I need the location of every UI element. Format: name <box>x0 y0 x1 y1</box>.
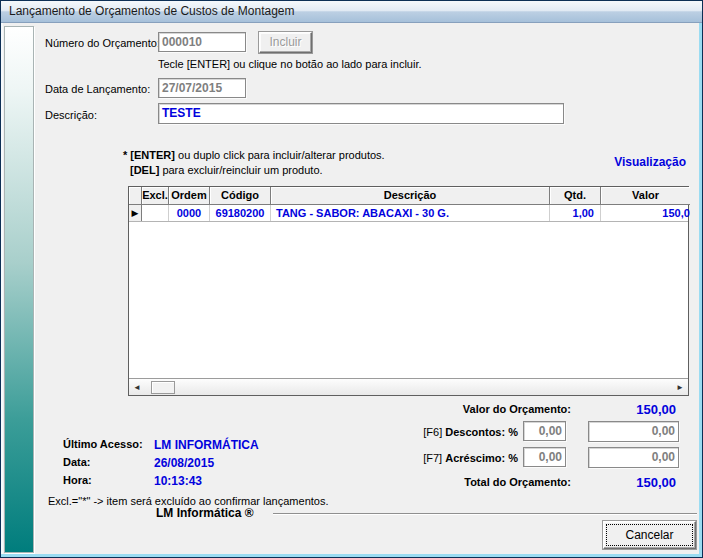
total-orcamento-value: 150,00 <box>571 475 676 490</box>
app-window: Lançamento de Orçamentos de Custos de Mo… <box>0 0 703 558</box>
window-title: Lançamento de Orçamentos de Custos de Mo… <box>9 4 295 18</box>
grid-header-descricao[interactable]: Descrição <box>271 187 550 205</box>
table-row[interactable]: ▶ 0000 69180200 TANG - SABOR: ABACAXI - … <box>129 205 688 222</box>
acesso-hora-label: Hora: <box>63 474 92 486</box>
window-edge-right <box>699 23 702 557</box>
ultimo-acesso-value: LM INFORMÁTICA <box>154 438 259 452</box>
title-bar[interactable]: Lançamento de Orçamentos de Custos de Mo… <box>1 1 702 23</box>
brand-groupbox-line <box>273 513 697 515</box>
scroll-right-arrow-icon[interactable]: ► <box>672 380 688 395</box>
acesso-hora-value: 10:13:43 <box>154 474 202 488</box>
acrescimo-percent-input[interactable]: 0,00 <box>523 447 566 467</box>
incluir-button[interactable]: Incluir <box>259 32 312 53</box>
grid-header-excl[interactable]: Excl. <box>142 187 169 205</box>
acrescimo-value-input[interactable]: 0,00 <box>588 447 679 468</box>
grid-header-valor[interactable]: Valor <box>601 187 690 205</box>
window-edge-bottom <box>1 554 702 557</box>
data-lancamento-label: Data de Lançamento: <box>45 83 150 95</box>
grid-header-selector <box>129 187 142 205</box>
cell-qtd[interactable]: 1,00 <box>550 205 601 221</box>
grid-header-qtd[interactable]: Qtd. <box>550 187 601 205</box>
grid-horizontal-scrollbar[interactable]: ◄ ► <box>129 378 688 395</box>
descricao-label: Descrição: <box>45 109 97 121</box>
numero-orcamento-input[interactable]: 000010 <box>158 32 246 52</box>
scroll-left-arrow-icon[interactable]: ◄ <box>129 380 145 395</box>
grid-header-codigo[interactable]: Código <box>210 187 271 205</box>
visualizacao-link[interactable]: Visualização <box>614 155 686 169</box>
side-gradient-strip <box>4 26 34 553</box>
cell-descricao[interactable]: TANG - SABOR: ABACAXI - 30 G. <box>271 205 550 221</box>
descontos-label: [F6] Descontos: % <box>341 426 518 438</box>
cell-excl[interactable] <box>142 205 169 221</box>
grid-header-row: Excl. Ordem Código Descrição Qtd. Valor <box>129 187 688 205</box>
valor-orcamento-value: 150,00 <box>571 402 676 417</box>
descontos-value-input[interactable]: 0,00 <box>588 421 679 442</box>
scrollbar-thumb[interactable] <box>151 381 175 394</box>
row-selector-arrow-icon: ▶ <box>129 205 142 221</box>
grid-header-ordem[interactable]: Ordem <box>169 187 210 205</box>
acrescimo-label: [F7] Acréscimo: % <box>341 452 518 464</box>
valor-orcamento-label: Valor do Orçamento: <box>381 403 571 415</box>
cell-ordem[interactable]: 0000 <box>169 205 210 221</box>
instruction-del: [DEL] para excluir/reincluir um produto. <box>130 164 323 176</box>
cell-codigo[interactable]: 69180200 <box>210 205 271 221</box>
instruction-enter: * [ENTER] ou duplo click para incluir/al… <box>123 149 385 161</box>
acesso-data-label: Data: <box>63 456 91 468</box>
numero-orcamento-label: Número do Orçamento: <box>45 37 160 49</box>
numero-hint: Tecle [ENTER] ou clique no botão ao lado… <box>158 58 422 70</box>
descontos-percent-input[interactable]: 0,00 <box>523 421 566 441</box>
data-lancamento-input[interactable]: 27/07/2015 <box>158 78 246 98</box>
total-orcamento-label: Total do Orçamento: <box>381 476 571 488</box>
brand-caption: LM Informática ® <box>156 506 254 520</box>
cell-valor[interactable]: 150,00 <box>601 205 690 221</box>
descricao-input[interactable]: TESTE <box>158 103 564 124</box>
ultimo-acesso-label: Último Acesso: <box>63 438 143 450</box>
window-edge-left <box>1 23 3 557</box>
products-grid[interactable]: Excl. Ordem Código Descrição Qtd. Valor … <box>128 186 689 396</box>
cancel-button[interactable]: Cancelar <box>603 521 696 549</box>
acesso-data-value: 26/08/2015 <box>154 456 214 470</box>
